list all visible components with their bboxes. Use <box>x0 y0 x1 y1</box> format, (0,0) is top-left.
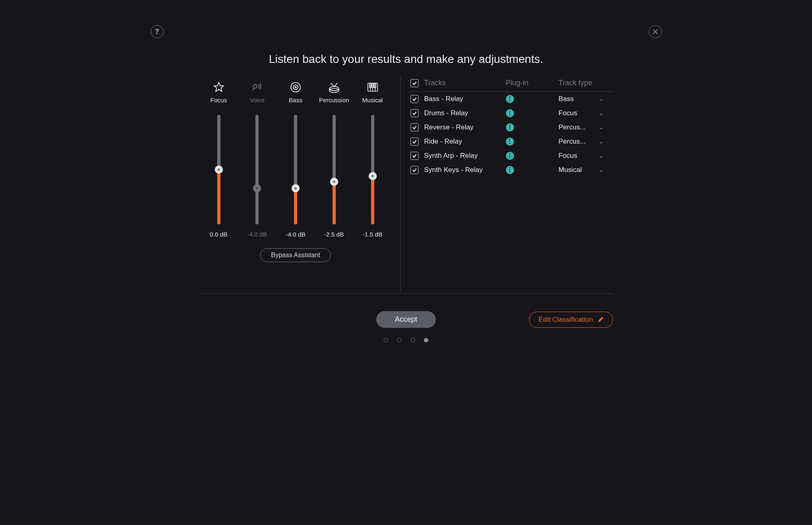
track-row: Reverse - RelayPercus...⌄ <box>409 120 613 134</box>
track-row: Drums - RelayFocus⌄ <box>409 106 613 120</box>
category-voice: Voice-4.0 dB <box>240 80 274 238</box>
edit-classification-button[interactable]: Edit Classification <box>529 312 613 328</box>
chevron-down-icon: ⌄ <box>598 109 604 117</box>
category-bass: Bass-4.0 dB <box>279 80 313 238</box>
track-name: Synth Keys - Relay <box>424 166 506 174</box>
track-name: Drums - Relay <box>424 109 506 117</box>
pager-dot[interactable] <box>397 338 402 342</box>
plugin-indicator-icon[interactable] <box>506 152 514 160</box>
category-label: Bass <box>289 97 302 103</box>
column-type-label: Track type <box>559 79 611 87</box>
focus-slider[interactable] <box>217 115 221 224</box>
svg-point-1 <box>291 82 300 92</box>
track-type-select[interactable]: Focus⌄ <box>559 109 604 117</box>
pencil-icon <box>597 316 604 323</box>
track-name: Reverse - Relay <box>424 123 506 131</box>
piano-icon <box>367 80 378 94</box>
category-label: Focus <box>210 97 227 103</box>
svg-rect-9 <box>374 83 376 88</box>
track-type-select[interactable]: Musical⌄ <box>559 166 604 174</box>
plugin-indicator-icon[interactable] <box>506 95 514 103</box>
category-musical: Musical-1.5 dB <box>356 80 390 238</box>
plugin-indicator-icon[interactable] <box>506 123 514 131</box>
select-all-checkbox[interactable] <box>410 79 419 87</box>
plugin-indicator-icon[interactable] <box>506 166 514 174</box>
svg-point-2 <box>293 85 298 90</box>
help-icon: ? <box>155 28 159 36</box>
pager-dot[interactable] <box>410 338 415 342</box>
category-label: Percussion <box>319 97 349 103</box>
sliders-panel: Focus0.0 dBVoice-4.0 dBBass-4.0 dBPercus… <box>199 76 392 292</box>
percussion-slider[interactable] <box>332 115 336 224</box>
voice-slider[interactable] <box>255 115 259 224</box>
track-type-select[interactable]: Bass⌄ <box>559 95 604 103</box>
plugin-indicator-icon[interactable] <box>506 109 514 117</box>
plugin-indicator-icon[interactable] <box>506 138 514 146</box>
bypass-assistant-button[interactable]: Bypass Assistant <box>260 248 331 262</box>
track-row: Synth Keys - RelayMusical⌄ <box>409 163 613 177</box>
category-label: Voice <box>250 97 265 103</box>
track-type-value: Musical <box>559 166 582 174</box>
track-row: Bass - RelayBass⌄ <box>409 92 613 106</box>
page-title: Listen back to your results and make any… <box>127 53 685 66</box>
voice-icon <box>251 80 263 94</box>
close-icon <box>652 29 658 34</box>
musical-slider[interactable] <box>371 115 375 224</box>
track-type-select[interactable]: Focus⌄ <box>559 151 604 160</box>
track-name: Synth Arp - Relay <box>424 152 506 160</box>
track-type-value: Focus <box>559 109 577 117</box>
track-name: Bass - Relay <box>424 95 506 103</box>
category-focus: Focus0.0 dB <box>202 80 236 238</box>
pager-dot[interactable] <box>384 338 388 342</box>
track-checkbox[interactable] <box>410 138 419 146</box>
category-percussion: Percussion-2.5 dB <box>317 80 351 238</box>
column-tracks-label: Tracks <box>424 79 506 87</box>
track-type-value: Percus... <box>559 138 586 146</box>
chevron-down-icon: ⌄ <box>598 95 604 103</box>
musical-db-value: -1.5 dB <box>363 231 382 238</box>
speaker-icon <box>290 80 301 94</box>
tracks-panel: Tracks Plug-in Track type Bass - RelayBa… <box>409 76 613 292</box>
percussion-db-value: -2.5 dB <box>324 231 344 238</box>
track-checkbox[interactable] <box>410 109 419 117</box>
track-checkbox[interactable] <box>410 95 419 103</box>
track-name: Ride - Relay <box>424 138 506 146</box>
content-area: Focus0.0 dBVoice-4.0 dBBass-4.0 dBPercus… <box>199 76 613 292</box>
edit-classification-label: Edit Classification <box>538 316 593 324</box>
track-checkbox[interactable] <box>410 123 419 131</box>
track-checkbox[interactable] <box>410 152 419 160</box>
chevron-down-icon: ⌄ <box>598 137 604 146</box>
footer-divider <box>199 293 613 294</box>
chevron-down-icon: ⌄ <box>598 166 604 174</box>
star-icon <box>213 80 225 94</box>
voice-db-value: -4.0 dB <box>247 231 267 238</box>
bass-slider[interactable] <box>294 115 298 224</box>
column-plugin-label: Plug-in <box>506 79 559 87</box>
track-checkbox[interactable] <box>410 166 419 174</box>
assistant-window: ? Listen back to your results and make a… <box>127 0 685 361</box>
chevron-down-icon: ⌄ <box>598 123 604 131</box>
pager-dot[interactable] <box>424 338 428 342</box>
track-type-select[interactable]: Percus...⌄ <box>559 137 604 146</box>
tracks-table-header: Tracks Plug-in Track type <box>409 79 613 92</box>
drum-icon <box>328 80 340 94</box>
accept-button[interactable]: Accept <box>376 311 436 328</box>
track-type-value: Bass <box>559 95 574 103</box>
svg-point-0 <box>253 84 257 88</box>
vertical-divider <box>400 76 401 292</box>
track-row: Synth Arp - RelayFocus⌄ <box>409 148 613 163</box>
track-type-select[interactable]: Percus...⌄ <box>559 123 604 131</box>
track-type-value: Percus... <box>559 123 586 131</box>
close-button[interactable] <box>649 25 662 38</box>
bass-db-value: -4.0 dB <box>286 231 305 238</box>
help-button[interactable]: ? <box>151 25 164 38</box>
focus-db-value: 0.0 dB <box>210 231 227 238</box>
svg-rect-8 <box>372 83 374 88</box>
svg-rect-7 <box>369 83 371 88</box>
track-type-value: Focus <box>559 152 577 160</box>
track-row: Ride - RelayPercus...⌄ <box>409 134 613 148</box>
chevron-down-icon: ⌄ <box>598 151 604 160</box>
step-pager <box>384 338 428 342</box>
svg-point-3 <box>295 86 296 88</box>
category-label: Musical <box>362 97 383 103</box>
